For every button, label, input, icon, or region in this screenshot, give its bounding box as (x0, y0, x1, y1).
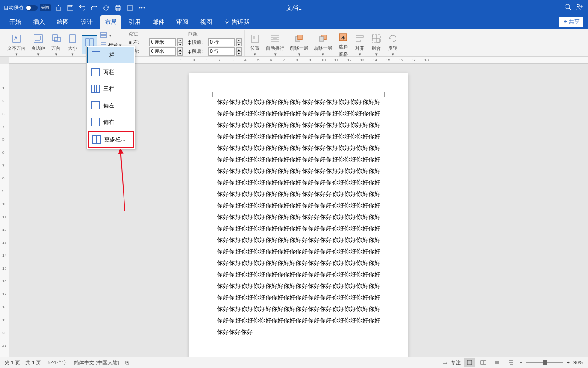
indent-left-row: ≡ 左: 0 厘米 ▲▼ (129, 38, 183, 46)
search-icon[interactable] (564, 3, 571, 12)
position-icon (249, 33, 260, 44)
bring-forward-button[interactable]: 前移一层 ▼ (288, 32, 310, 58)
align-button[interactable]: 对齐 ▼ (352, 32, 367, 58)
tab-draw[interactable]: 绘图 (52, 15, 74, 29)
tab-view[interactable]: 视图 (196, 15, 217, 29)
tab-mailings[interactable]: 邮件 (148, 15, 169, 29)
web-view[interactable] (492, 358, 502, 367)
page-count[interactable]: 第 1 页，共 1 页 (5, 359, 41, 366)
indent-left-spinner[interactable]: ▲▼ (177, 38, 183, 46)
indent-left-input[interactable]: 0 厘米 (149, 38, 176, 46)
undo-icon[interactable] (77, 3, 87, 13)
document-page[interactable]: 你好你好你好你好你好你好你好你好你好你好你好你好你好好你好你好你好你好你好你好你… (189, 73, 408, 356)
columns-more[interactable]: 更多栏... (88, 131, 134, 148)
chevron-down-icon: ▼ (108, 34, 112, 38)
macro-icon[interactable]: ⎘ (125, 360, 129, 365)
account-icon[interactable] (576, 3, 584, 12)
indent-right-row: ≡ 右: 0 厘米 ▲▼ (129, 47, 183, 56)
columns-three[interactable]: 三栏 (87, 80, 135, 97)
columns-right[interactable]: 偏右 (87, 114, 135, 130)
autosave-state: 关闭 (40, 4, 51, 11)
margins-button[interactable]: 页边距 ▼ (29, 32, 47, 58)
zoom-slider[interactable] (526, 362, 563, 363)
columns-right-icon (91, 118, 100, 126)
send-backward-icon (317, 33, 328, 44)
columns-two-icon (91, 68, 100, 76)
orientation-button[interactable]: 方向 ▼ (49, 32, 63, 58)
spacing-after-icon: ‡ (188, 49, 191, 54)
columns-one[interactable]: 一栏 (87, 47, 134, 63)
chevron-down-icon: ▼ (36, 52, 40, 57)
columns-left[interactable]: 偏左 (87, 97, 135, 114)
tell-me[interactable]: 告诉我 (220, 15, 254, 29)
document-text[interactable]: 你好你好你好你好你好你好你好你好你好你好你好你好你好好你好你好你好你好你好你好你… (217, 96, 380, 338)
vertical-ruler[interactable]: 123456789101112131415161718192021222324 (0, 64, 9, 356)
indent-right-input[interactable]: 0 厘米 (149, 47, 176, 56)
spacing-after-spinner[interactable]: ▲▼ (236, 47, 242, 56)
svg-rect-21 (101, 32, 106, 34)
home-icon[interactable] (53, 3, 63, 13)
sync-icon[interactable] (101, 3, 111, 13)
chevron-down-icon: ▼ (374, 52, 378, 57)
indent-right-spinner[interactable]: ▲▼ (177, 47, 183, 56)
toggle-switch[interactable] (26, 5, 38, 11)
columns-two[interactable]: 两栏 (87, 64, 135, 80)
orientation-icon (51, 33, 62, 44)
chevron-down-icon: ▼ (358, 52, 362, 57)
tab-review[interactable]: 审阅 (172, 15, 193, 29)
svg-rect-1 (69, 5, 72, 7)
tab-references[interactable]: 引用 (124, 15, 145, 29)
spacing-label: 间距 (188, 31, 242, 37)
columns-dropdown: 一栏 两栏 三栏 偏左 偏右 更多栏... (86, 46, 135, 149)
chevron-down-icon: ▼ (71, 52, 74, 57)
zoom-in[interactable]: + (567, 360, 570, 365)
svg-point-7 (141, 7, 142, 8)
align-icon (354, 33, 365, 44)
svg-text:A: A (14, 36, 17, 41)
group-paragraph: 缩进 ≡ 左: 0 厘米 ▲▼ ≡ 右: 0 厘米 ▲▼ 间距 ‡ (126, 30, 245, 56)
position-button[interactable]: 位置 ▼ (248, 32, 262, 58)
print-layout-view[interactable] (464, 358, 475, 367)
read-view[interactable] (478, 358, 488, 367)
margin-corner-tr (379, 92, 385, 97)
autosave-toggle[interactable]: 自动保存 关闭 (4, 4, 51, 11)
spacing-before-spinner[interactable]: ▲▼ (236, 38, 242, 46)
group-objects-button[interactable]: 组合 ▼ (369, 32, 384, 58)
spacing-before-input[interactable]: 0 行 (208, 38, 235, 46)
tab-insert[interactable]: 插入 (28, 15, 50, 29)
text-direction-button[interactable]: A 文本方向 ▼ (6, 32, 28, 58)
selection-pane-button[interactable]: 选择 窗格 (336, 31, 351, 58)
chevron-down-icon: ▼ (273, 52, 277, 57)
svg-point-8 (144, 7, 145, 8)
language[interactable]: 简体中文 (中国大陆) (74, 359, 119, 366)
outline-view[interactable] (506, 358, 516, 367)
share-button[interactable]: 共享 (559, 17, 583, 27)
print-icon[interactable] (113, 3, 123, 13)
focus-label[interactable]: 专注 (451, 359, 461, 366)
svg-rect-14 (34, 34, 42, 43)
zoom-level[interactable]: 90% (573, 360, 583, 365)
wrap-icon (270, 33, 281, 44)
tab-home[interactable]: 开始 (5, 15, 26, 29)
size-button[interactable]: 大小 ▼ (65, 32, 80, 58)
svg-rect-27 (298, 35, 302, 40)
more-icon[interactable] (137, 3, 147, 13)
save-icon[interactable] (65, 3, 75, 13)
zoom-out[interactable]: − (520, 360, 522, 365)
redo-icon[interactable] (89, 3, 99, 13)
focus-mode-icon[interactable]: ▭ (442, 360, 447, 366)
tab-design[interactable]: 设计 (76, 15, 97, 29)
spacing-after-input[interactable]: 0 行 (208, 47, 235, 56)
page-icon[interactable] (125, 3, 135, 13)
tab-layout[interactable]: 布局 (100, 15, 121, 29)
svg-point-6 (139, 7, 140, 8)
breaks-button[interactable]: ▼ (99, 31, 123, 40)
chevron-down-icon: ▼ (297, 52, 301, 57)
send-backward-button[interactable]: 后移一层 ▼ (312, 32, 334, 58)
rotate-button[interactable]: 旋转 ▼ (385, 32, 400, 58)
wrap-button[interactable]: 自动换行 ▼ (264, 32, 286, 58)
word-count[interactable]: 524 个字 (47, 359, 67, 366)
rotate-icon (387, 33, 398, 44)
indent-left-icon: ≡ (129, 40, 132, 45)
document-title: 文档1 (286, 4, 301, 12)
